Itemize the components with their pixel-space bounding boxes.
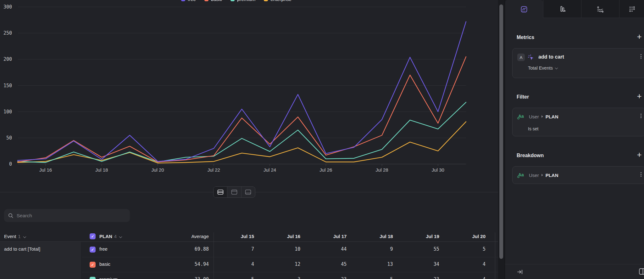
collapse-panel-icon[interactable] (517, 269, 523, 275)
svg-text:300: 300 (3, 4, 12, 10)
filter-property-group: User (529, 114, 539, 119)
scrollbar-thumb[interactable] (499, 4, 503, 259)
row-separator (82, 272, 498, 272)
breakdown-options-kebab-icon[interactable] (641, 172, 641, 177)
filter-options-kebab-icon[interactable] (641, 114, 641, 118)
average-column-header: Average (174, 234, 209, 239)
breakdown-heading: Breakdown (517, 153, 544, 158)
breakdown-card[interactable]: Aa User PLAN (512, 166, 644, 184)
check-icon: ✓ (91, 278, 94, 279)
svg-text:200: 200 (3, 56, 12, 62)
apps-grid-icon (628, 5, 636, 13)
svg-text:Jul 22: Jul 22 (208, 167, 220, 173)
series-checkbox[interactable]: ✓ (90, 247, 96, 253)
cell-value: 23 (312, 276, 347, 279)
line-chart: 050100150200250300Jul 16Jul 18Jul 20Jul … (0, 0, 498, 176)
date-column-header: Jul 15 (219, 234, 254, 239)
table-header: Event1 ✓ PLAN4 Average Jul 15Jul 16Jul 1… (0, 232, 498, 242)
breakdown-property-name: PLAN (546, 173, 558, 178)
chevron-down-icon (23, 235, 26, 238)
cell-value: 55 (405, 246, 439, 252)
cell-value: 5 (358, 276, 393, 279)
chevron-down-icon (555, 66, 558, 69)
add-metric-button[interactable]: + (636, 33, 643, 40)
chevron-down-icon (119, 235, 122, 238)
table-row-basic[interactable]: ✓ basic 54.944124513344 (0, 257, 498, 272)
average-value: 69.88 (174, 246, 209, 252)
vertical-scrollbar[interactable] (498, 0, 505, 279)
tab-flows[interactable] (581, 0, 619, 18)
date-column-header: Jul 19 (405, 234, 439, 239)
tab-insights[interactable] (505, 0, 543, 18)
columns-layout-icon[interactable] (639, 268, 644, 275)
search-box[interactable] (4, 209, 130, 222)
tab-bar-chart[interactable] (543, 0, 581, 18)
report-main-area: free basic premium enterprise 0501001502… (0, 0, 498, 279)
filter-operator[interactable]: Is set (528, 126, 538, 131)
check-icon: ✓ (91, 248, 94, 252)
add-filter-button[interactable]: + (636, 92, 643, 100)
svg-text:150: 150 (3, 83, 12, 88)
check-icon: ✓ (91, 234, 94, 239)
cell-value: 9 (358, 246, 393, 252)
svg-text:Jul 30: Jul 30 (432, 167, 444, 173)
aggregation-dropdown[interactable]: Total Events (528, 65, 558, 71)
metric-letter-badge: A (517, 54, 525, 61)
svg-text:Jul 28: Jul 28 (376, 167, 388, 173)
event-column-header[interactable]: Event1 (4, 234, 26, 239)
filter-property-name: PLAN (546, 114, 558, 119)
cell-value: 5 (219, 276, 254, 279)
cell-value: 44 (312, 246, 347, 252)
panel-tabs (505, 0, 644, 18)
bar-chart-icon (559, 5, 566, 13)
row-separator (82, 257, 498, 257)
cell-value: 13 (358, 261, 393, 267)
table-row-premium[interactable]: ✓ premium 33.0053235234 (0, 272, 498, 279)
layout-chart-bottom-button[interactable] (241, 187, 255, 197)
series-checkbox[interactable]: ✓ (90, 262, 96, 268)
cell-value: 12 (266, 261, 300, 267)
event-cursor-icon (528, 54, 534, 61)
breadcrumb-arrow-icon (541, 174, 543, 176)
query-builder-panel: Metrics + A add to cart Total Events Fil… (505, 0, 644, 279)
cell-value: 34 (405, 261, 439, 267)
cell-value: 7 (219, 246, 254, 252)
svg-text:Jul 24: Jul 24 (264, 167, 276, 173)
layout-split-button[interactable] (214, 187, 227, 197)
metrics-heading: Metrics (517, 35, 534, 40)
cell-value: 3 (266, 276, 300, 279)
chart-top-icon (231, 189, 237, 195)
series-checkbox[interactable]: ✓ (90, 277, 96, 279)
table-row-free[interactable]: ✓ free 69.88710449555 (0, 242, 498, 257)
svg-text:Jul 16: Jul 16 (39, 167, 52, 173)
filter-heading: Filter (517, 94, 529, 100)
chart-bottom-icon (245, 189, 251, 195)
cell-value: 23 (405, 276, 439, 279)
series-label: free (99, 246, 108, 252)
breadcrumb-arrow-icon (541, 115, 543, 118)
layout-chart-top-button[interactable] (227, 187, 241, 197)
add-breakdown-button[interactable]: + (636, 151, 643, 158)
cell-value: 5 (451, 246, 486, 252)
metric-options-kebab-icon[interactable] (641, 54, 641, 59)
plan-column-header[interactable]: PLAN4 (99, 234, 122, 239)
split-view-icon (217, 189, 224, 195)
search-input[interactable] (17, 213, 126, 219)
cell-value: 4 (219, 261, 254, 267)
svg-text:50: 50 (6, 135, 12, 141)
insights-chart-icon (520, 6, 528, 13)
plan-select-all-checkbox[interactable]: ✓ (90, 233, 96, 239)
cell-value: 4 (451, 261, 486, 267)
cell-value: 4 (451, 276, 486, 279)
panel-footer (505, 264, 644, 279)
text-property-icon: Aa (517, 113, 526, 120)
average-value: 33.00 (174, 276, 209, 279)
cell-value: 10 (266, 246, 300, 252)
svg-text:250: 250 (3, 30, 12, 36)
filter-card[interactable]: Aa User PLAN Is set (512, 108, 644, 136)
series-label: basic (99, 261, 110, 267)
text-property-icon: Aa (517, 172, 526, 179)
metric-card[interactable]: A add to cart Total Events (512, 48, 644, 78)
metric-event-name: add to cart (538, 54, 564, 60)
tab-more-apps[interactable] (619, 0, 644, 18)
